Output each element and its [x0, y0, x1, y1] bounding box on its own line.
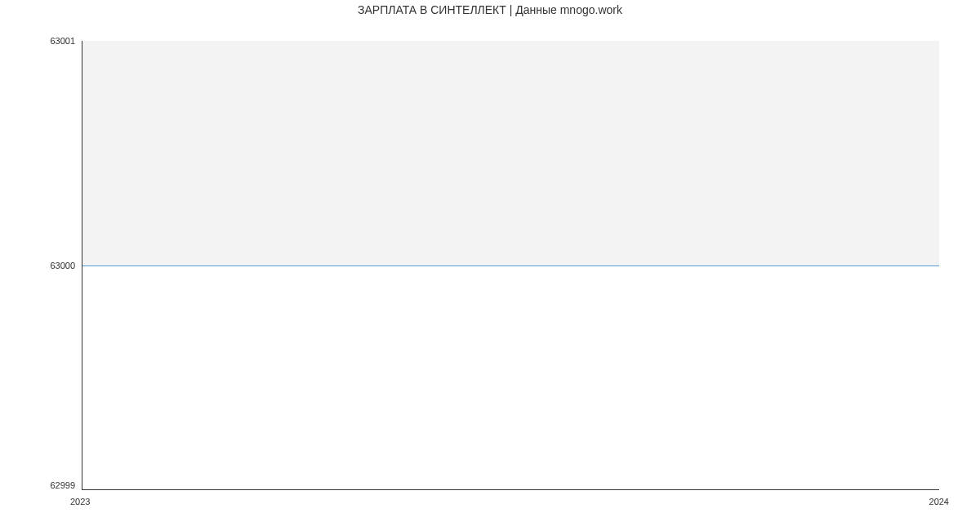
chart-plot-area	[82, 41, 939, 490]
y-tick-label: 62999	[34, 480, 75, 490]
x-tick-label: 2023	[70, 497, 90, 506]
data-line	[82, 266, 939, 266]
shaded-band	[82, 41, 939, 266]
chart-title: ЗАРПЛАТА В СИНТЕЛЛЕКТ | Данные mnogo.wor…	[0, 0, 980, 16]
y-tick-label: 63001	[34, 36, 75, 46]
x-tick-label: 2024	[929, 497, 949, 506]
y-tick-label: 63000	[34, 261, 75, 270]
